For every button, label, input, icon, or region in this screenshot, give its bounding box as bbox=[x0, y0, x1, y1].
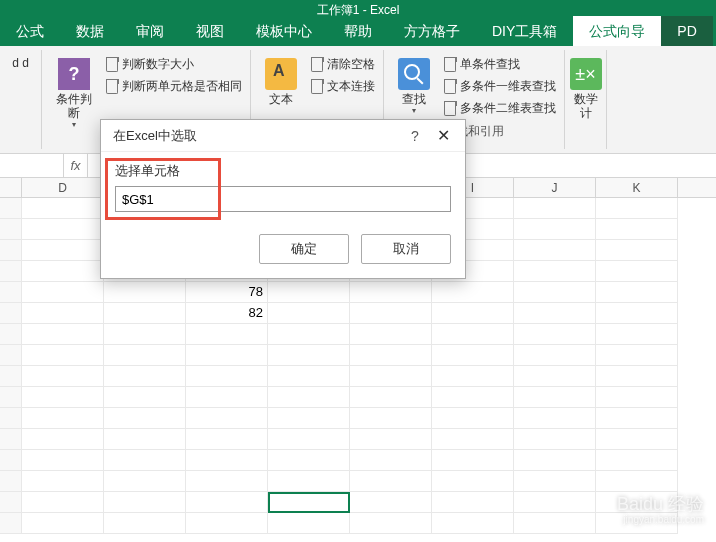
cell[interactable] bbox=[350, 387, 432, 408]
cell[interactable] bbox=[514, 429, 596, 450]
cell[interactable] bbox=[514, 387, 596, 408]
cell[interactable] bbox=[514, 198, 596, 219]
cell[interactable] bbox=[186, 471, 268, 492]
tab-diy[interactable]: DIY工具箱 bbox=[476, 16, 573, 46]
chazhao-button[interactable]: 查找 ▾ bbox=[392, 54, 436, 119]
cell[interactable] bbox=[22, 366, 104, 387]
tiaojian-panduan-button[interactable]: ? 条件判 断 ▾ bbox=[50, 54, 98, 133]
cell[interactable] bbox=[514, 261, 596, 282]
cell[interactable] bbox=[514, 408, 596, 429]
cell[interactable] bbox=[186, 366, 268, 387]
cell[interactable] bbox=[186, 324, 268, 345]
tab-fangfang[interactable]: 方方格子 bbox=[388, 16, 476, 46]
cell[interactable] bbox=[22, 408, 104, 429]
cell[interactable] bbox=[22, 387, 104, 408]
cell[interactable] bbox=[268, 387, 350, 408]
cell[interactable] bbox=[104, 513, 186, 534]
cell[interactable] bbox=[104, 282, 186, 303]
table-row[interactable] bbox=[0, 387, 716, 408]
duotiaojian-erwei-item[interactable]: 多条件二维表查找 bbox=[444, 98, 556, 119]
table-row[interactable] bbox=[0, 429, 716, 450]
duotiaojian-yiwei-item[interactable]: 多条件一维表查找 bbox=[444, 76, 556, 97]
cell[interactable] bbox=[432, 492, 514, 513]
cell[interactable] bbox=[596, 429, 678, 450]
cell[interactable] bbox=[514, 324, 596, 345]
cell[interactable] bbox=[432, 513, 514, 534]
cell[interactable] bbox=[596, 240, 678, 261]
cell[interactable] bbox=[186, 408, 268, 429]
table-row[interactable] bbox=[0, 408, 716, 429]
fx-label[interactable]: fx bbox=[64, 154, 88, 177]
cell[interactable] bbox=[596, 471, 678, 492]
dialog-titlebar[interactable]: 在Excel中选取 ? ✕ bbox=[101, 120, 465, 152]
cell[interactable] bbox=[186, 513, 268, 534]
cell[interactable] bbox=[22, 345, 104, 366]
cell[interactable] bbox=[514, 282, 596, 303]
dantiao-chazhao-item[interactable]: 单条件查找 bbox=[444, 54, 556, 75]
cell[interactable] bbox=[514, 513, 596, 534]
wenben-lianjie-item[interactable]: 文本连接 bbox=[311, 76, 375, 97]
cell[interactable] bbox=[186, 492, 268, 513]
shuxue-button[interactable]: ±× 数学 计 bbox=[564, 54, 608, 124]
tab-pd[interactable]: PD bbox=[661, 16, 712, 46]
cell[interactable] bbox=[432, 387, 514, 408]
cell[interactable] bbox=[432, 408, 514, 429]
cell[interactable] bbox=[596, 303, 678, 324]
table-row[interactable] bbox=[0, 450, 716, 471]
tab-shuju[interactable]: 数据 bbox=[60, 16, 120, 46]
cell[interactable] bbox=[22, 240, 104, 261]
cell[interactable] bbox=[596, 366, 678, 387]
cell[interactable] bbox=[596, 219, 678, 240]
cell[interactable] bbox=[104, 429, 186, 450]
cancel-button[interactable]: 取消 bbox=[361, 234, 451, 264]
tab-shenyu[interactable]: 审阅 bbox=[120, 16, 180, 46]
cell[interactable] bbox=[268, 366, 350, 387]
panduan-liangge-item[interactable]: 判断两单元格是否相同 bbox=[106, 76, 242, 97]
cell[interactable] bbox=[596, 198, 678, 219]
cell[interactable] bbox=[22, 282, 104, 303]
cell[interactable] bbox=[104, 471, 186, 492]
cell[interactable] bbox=[186, 450, 268, 471]
table-row[interactable] bbox=[0, 324, 716, 345]
col-header-J[interactable]: J bbox=[514, 178, 596, 197]
cell[interactable] bbox=[22, 219, 104, 240]
cell[interactable] bbox=[514, 450, 596, 471]
table-row[interactable] bbox=[0, 471, 716, 492]
cell[interactable] bbox=[514, 240, 596, 261]
cell[interactable] bbox=[268, 345, 350, 366]
cell[interactable] bbox=[596, 408, 678, 429]
cell[interactable] bbox=[186, 387, 268, 408]
cell[interactable] bbox=[22, 492, 104, 513]
cell[interactable] bbox=[432, 303, 514, 324]
cell[interactable] bbox=[186, 429, 268, 450]
cell[interactable] bbox=[268, 450, 350, 471]
cell[interactable] bbox=[596, 387, 678, 408]
name-box[interactable] bbox=[0, 154, 64, 177]
cell[interactable] bbox=[432, 429, 514, 450]
cell[interactable] bbox=[350, 450, 432, 471]
cell[interactable] bbox=[350, 303, 432, 324]
cell[interactable] bbox=[104, 387, 186, 408]
cell[interactable] bbox=[596, 282, 678, 303]
cell[interactable] bbox=[514, 492, 596, 513]
cell[interactable] bbox=[350, 513, 432, 534]
cell[interactable]: 82 bbox=[186, 303, 268, 324]
cell[interactable] bbox=[350, 429, 432, 450]
cell[interactable] bbox=[22, 303, 104, 324]
cell[interactable] bbox=[596, 261, 678, 282]
table-row[interactable]: 82 bbox=[0, 303, 716, 324]
cell[interactable] bbox=[514, 219, 596, 240]
cell[interactable] bbox=[432, 450, 514, 471]
cell[interactable] bbox=[22, 324, 104, 345]
cell[interactable] bbox=[268, 429, 350, 450]
cell[interactable] bbox=[596, 324, 678, 345]
cell[interactable] bbox=[350, 345, 432, 366]
cell[interactable] bbox=[350, 282, 432, 303]
cell[interactable] bbox=[350, 408, 432, 429]
cell-reference-input[interactable] bbox=[115, 186, 451, 212]
cell[interactable] bbox=[104, 492, 186, 513]
table-row[interactable] bbox=[0, 345, 716, 366]
cell[interactable] bbox=[22, 198, 104, 219]
cell[interactable] bbox=[268, 408, 350, 429]
cell[interactable] bbox=[350, 492, 432, 513]
